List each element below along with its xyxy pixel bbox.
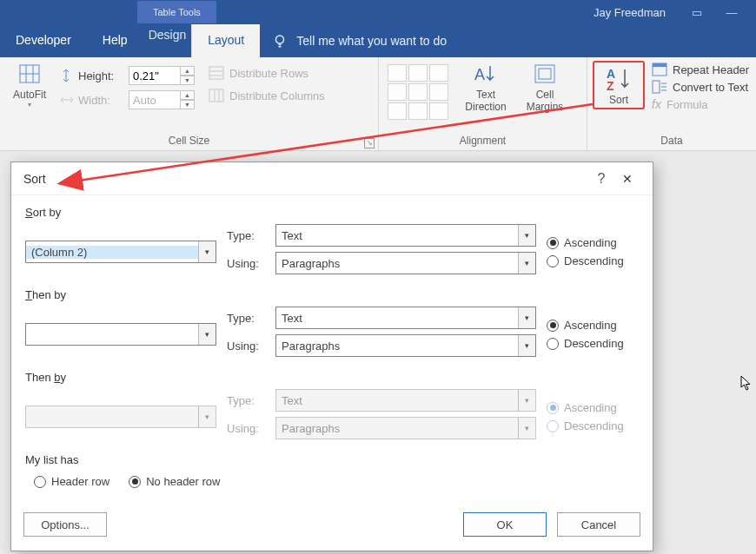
- convert-text-label: Convert to Text: [673, 81, 748, 94]
- distribute-cols-button: Distribute Columns: [209, 89, 325, 102]
- thenby1-desc-radio[interactable]: [547, 338, 559, 350]
- sortby-column-value: (Column 2): [26, 246, 198, 259]
- no-header-row-radio[interactable]: [129, 476, 141, 488]
- title-bar: Table Tools Jay Freedman ▭ —: [0, 0, 756, 24]
- contextual-tab-label: Table Tools: [137, 1, 216, 23]
- lightbulb-icon: [272, 33, 288, 49]
- convert-to-text-button[interactable]: Convert to Text: [652, 80, 749, 94]
- sortby-using-value: Paragraphs: [276, 257, 518, 270]
- tab-help[interactable]: Help: [87, 24, 143, 57]
- cell-margins-button[interactable]: Cell Margins: [518, 61, 572, 113]
- sortby-column-select[interactable]: (Column 2) ▾: [25, 241, 216, 263]
- tell-me[interactable]: Tell me what you want to do: [260, 24, 459, 57]
- sortby-desc-radio[interactable]: [547, 255, 559, 267]
- help-button[interactable]: ?: [588, 171, 614, 187]
- thenby1-column-select[interactable]: ▾: [25, 323, 216, 346]
- height-spin-down[interactable]: ▼: [181, 76, 195, 85]
- chevron-down-icon: ▾: [518, 418, 535, 439]
- alignment-grid[interactable]: [384, 61, 454, 120]
- autofit-icon: [17, 63, 42, 85]
- thenby1-using-select[interactable]: Paragraphs▾: [275, 334, 536, 357]
- cancel-button[interactable]: Cancel: [557, 512, 640, 537]
- type-label-2: Type:: [227, 312, 267, 325]
- dialog-launcher-icon[interactable]: ↘: [364, 138, 375, 148]
- thenby1-type-select[interactable]: Text▾: [275, 307, 536, 329]
- dialog-title: Sort: [23, 172, 46, 186]
- user-name: Jay Freedman: [594, 6, 666, 19]
- text-direction-button[interactable]: A Text Direction: [459, 61, 513, 113]
- svg-rect-17: [653, 63, 666, 67]
- distribute-rows-icon: [209, 66, 224, 80]
- group-cell-size: AutoFit ▾ Height: ▲▼ Width:: [0, 57, 379, 150]
- thenby1-using-value: Paragraphs: [276, 340, 518, 353]
- chevron-down-icon: ▾: [518, 307, 535, 328]
- minimize-icon[interactable]: —: [714, 6, 749, 19]
- autofit-label: AutoFit: [13, 89, 46, 101]
- tab-layout[interactable]: Layout: [192, 24, 260, 57]
- chevron-down-icon: ▾: [198, 324, 216, 345]
- svg-rect-8: [209, 89, 223, 102]
- svg-text:Z: Z: [607, 79, 614, 92]
- convert-text-icon: [652, 80, 667, 94]
- thenby2-desc-label: Descending: [564, 419, 624, 432]
- svg-rect-18: [653, 81, 660, 93]
- height-label: Height:: [78, 69, 123, 82]
- using-label-3: Using:: [227, 422, 267, 435]
- formula-label: Formula: [666, 98, 708, 111]
- thenby2-type-select: Text▾: [275, 389, 536, 412]
- text-direction-icon: A: [473, 63, 499, 85]
- cell-margins-label: Cell Margins: [527, 89, 564, 113]
- header-row-radio[interactable]: [34, 476, 46, 488]
- width-icon: [59, 92, 73, 108]
- svg-point-0: [276, 36, 284, 43]
- height-spin-up[interactable]: ▲: [181, 66, 195, 76]
- list-has-label: My list has: [25, 453, 639, 466]
- type-label-3: Type:: [227, 394, 267, 407]
- formula-button: fx Formula: [652, 97, 749, 111]
- group-data: AZ Sort Repeat Header Convert to Text fx…: [587, 57, 756, 150]
- group-alignment: A Text Direction Cell Margins Alignment: [379, 57, 587, 150]
- svg-text:A: A: [474, 66, 485, 83]
- using-label-2: Using:: [227, 340, 267, 353]
- chevron-down-icon: ▾: [518, 390, 535, 411]
- cell-margins-icon: [533, 63, 557, 85]
- close-button[interactable]: ✕: [614, 172, 640, 186]
- svg-rect-12: [535, 65, 554, 82]
- autofit-button[interactable]: AutoFit ▾: [5, 61, 54, 109]
- repeat-header-icon: [652, 63, 667, 76]
- width-spin-up[interactable]: ▲: [181, 90, 195, 100]
- sortby-asc-radio[interactable]: [547, 237, 559, 249]
- chevron-down-icon: ▾: [518, 335, 535, 356]
- data-group-label: Data: [660, 135, 682, 147]
- dialog-titlebar: Sort ? ✕: [11, 162, 653, 195]
- width-spin-down[interactable]: ▼: [181, 100, 195, 109]
- repeat-header-button[interactable]: Repeat Header: [652, 63, 749, 76]
- ribbon-options-icon[interactable]: ▭: [680, 6, 714, 19]
- width-label: Width:: [78, 94, 123, 107]
- using-label-1: Using:: [227, 257, 267, 270]
- tab-design[interactable]: Design: [143, 24, 193, 57]
- sortby-type-select[interactable]: Text▾: [275, 224, 536, 247]
- formula-icon: fx: [652, 97, 661, 111]
- height-icon: [59, 68, 73, 83]
- thenby2-using-select: Paragraphs▾: [275, 417, 536, 439]
- thenby1-asc-radio[interactable]: [547, 320, 559, 332]
- distribute-rows-button: Distribute Rows: [209, 66, 325, 80]
- height-input[interactable]: [129, 66, 181, 85]
- chevron-down-icon: ▾: [198, 241, 216, 262]
- thenby2-column-select: ▾: [25, 406, 216, 428]
- thenby1-type-value: Text: [276, 312, 518, 325]
- ribbon-tabs: Developer Help Design Layout Tell me wha…: [0, 24, 756, 57]
- chevron-down-icon: ▾: [198, 406, 216, 427]
- options-button[interactable]: Options...: [23, 512, 107, 537]
- sort-dialog: Sort ? ✕ Sort by (Column 2) ▾ Type: Text…: [10, 162, 653, 551]
- sortby-using-select[interactable]: Paragraphs▾: [275, 252, 536, 274]
- ok-button[interactable]: OK: [463, 512, 547, 537]
- svg-rect-5: [209, 67, 223, 79]
- width-input[interactable]: [129, 90, 181, 109]
- distribute-cols-icon: [209, 89, 224, 102]
- sortby-type-value: Text: [276, 229, 518, 242]
- tab-developer[interactable]: Developer: [0, 24, 87, 57]
- chevron-down-icon: ▾: [518, 225, 535, 246]
- sort-button[interactable]: AZ Sort: [600, 66, 638, 106]
